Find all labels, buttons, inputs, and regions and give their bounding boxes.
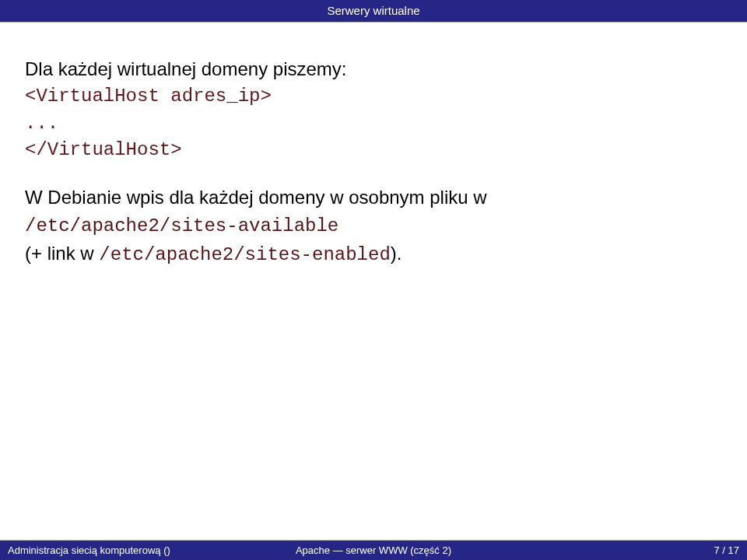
link-prefix: (+ link w (25, 243, 99, 264)
footer-right: 7 / 17 (496, 544, 747, 556)
intro-line: Dla każdej wirtualnej domeny piszemy: (25, 56, 722, 83)
path-enabled: /etc/apache2/sites-enabled (99, 244, 390, 265)
code-open-tag: <VirtualHost adres_ip> (25, 83, 722, 110)
code-close-tag: </VirtualHost> (25, 137, 722, 164)
slide-footer: Administracja siecią komputerową () Apac… (0, 541, 747, 560)
link-line: (+ link w /etc/apache2/sites-enabled). (25, 240, 722, 269)
header-title: Serwery wirtualne (327, 4, 419, 17)
path-line-1: /etc/apache2/sites-available (25, 212, 722, 240)
slide-body: Dla każdej wirtualnej domeny piszemy: <V… (0, 22, 747, 560)
footer-left: Administracja siecią komputerową () (0, 544, 251, 556)
debian-line: W Debianie wpis dla każdej domeny w osob… (25, 184, 722, 212)
slide-header: Serwery wirtualne (0, 0, 747, 22)
code-ellipsis: ... (25, 110, 722, 138)
path-available: /etc/apache2/sites-available (25, 215, 338, 236)
debian-text-1: W Debianie wpis dla każdej domeny w osob… (25, 187, 487, 208)
footer-center: Apache — serwer WWW (część 2) (251, 544, 495, 556)
link-suffix: ). (391, 243, 402, 264)
